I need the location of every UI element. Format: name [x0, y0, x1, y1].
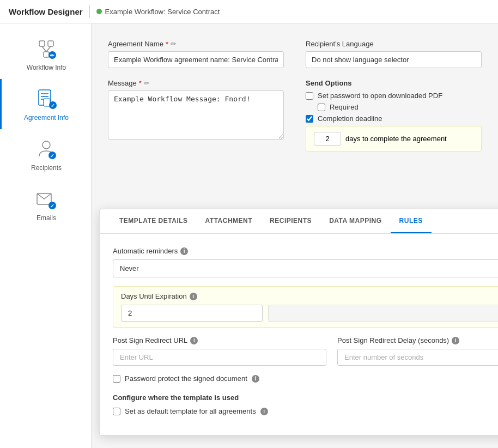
- default-template-row: Set as default template for all agreemen…: [113, 407, 498, 415]
- content-area: Agreement Name * ✏ Recipient's Language …: [92, 23, 498, 448]
- svg-text:✓: ✓: [51, 103, 55, 108]
- status-dot: [96, 9, 102, 14]
- svg-text:✏: ✏: [50, 53, 54, 58]
- tab-attachment[interactable]: ATTACHMENT: [197, 209, 262, 233]
- svg-rect-1: [48, 41, 53, 46]
- send-options-title: Send Options: [306, 79, 482, 87]
- modal-rules-content: Automatic reminders i Never Every day Ev…: [100, 234, 498, 435]
- completion-deadline-row: Completion deadline: [306, 114, 482, 123]
- completion-deadline-checkbox[interactable]: [306, 115, 313, 123]
- expiration-label: Days Until Expiration i: [121, 292, 498, 300]
- top-header: Workflow Designer Example Workflow: Serv…: [0, 0, 498, 23]
- post-sign-url-label: Post Sign Redirect URL i: [113, 336, 326, 344]
- modal-panel: TEMPLATE DETAILS ATTACHMENT RECIPIENTS D…: [99, 209, 498, 435]
- sidebar-item-emails[interactable]: ✓ Emails: [0, 179, 91, 229]
- required-row: Required: [318, 103, 482, 111]
- deadline-box: 2 days to complete the agreement: [306, 126, 482, 152]
- agreement-name-label: Agreement Name * ✏: [108, 40, 284, 48]
- sidebar-recipients-label: Recipients: [31, 164, 62, 172]
- sidebar-item-workflow-info[interactable]: ✏ Workflow Info: [0, 29, 91, 79]
- default-template-info-icon[interactable]: i: [260, 408, 268, 415]
- agreement-info-icon: ✓: [34, 87, 59, 112]
- expiration-box: Days Until Expiration i: [113, 286, 498, 328]
- emails-icon: ✓: [34, 187, 59, 212]
- message-textarea[interactable]: Example Workflow Message: Fnord!: [108, 90, 284, 140]
- expiration-disabled-input: [268, 305, 498, 322]
- header-divider: [89, 5, 90, 18]
- post-sign-url-info-icon[interactable]: i: [190, 337, 198, 344]
- post-sign-url-group: Post Sign Redirect URL i: [113, 336, 326, 366]
- svg-text:✓: ✓: [50, 203, 54, 209]
- password-protect-label: Password protect the signed document: [125, 374, 247, 383]
- default-template-label: Set as default template for all agreemen…: [125, 407, 256, 415]
- sidebar-emails-label: Emails: [37, 214, 56, 222]
- sidebar: ✏ Workflow Info ✓ Agreement Info: [0, 23, 92, 448]
- agreement-name-edit-icon[interactable]: ✏: [171, 40, 177, 48]
- expiration-input-row: [121, 305, 498, 322]
- automatic-reminders-label: Automatic reminders i: [113, 247, 498, 255]
- agreement-name-group: Agreement Name * ✏: [108, 40, 284, 68]
- configure-title: Configure where the template is used: [113, 393, 498, 402]
- workflow-info-icon: ✏: [34, 37, 59, 62]
- svg-text:✓: ✓: [50, 153, 54, 159]
- set-password-row: Set password to open downloaded PDF: [306, 92, 482, 100]
- sidebar-workflow-info-label: Workflow Info: [27, 64, 66, 71]
- form-row-agreement: Agreement Name * ✏ Recipient's Language: [108, 40, 482, 68]
- completion-deadline-label: Completion deadline: [318, 114, 382, 123]
- form-row-message: Message * ✏ Example Workflow Message: Fn…: [108, 79, 482, 152]
- set-password-label: Set password to open downloaded PDF: [318, 92, 442, 100]
- svg-line-4: [46, 46, 51, 52]
- deadline-days-input[interactable]: 2: [314, 132, 341, 146]
- recipients-icon: ✓: [34, 137, 59, 162]
- message-edit-icon[interactable]: ✏: [144, 79, 150, 87]
- sidebar-item-agreement-info[interactable]: ✓ Agreement Info: [0, 79, 91, 129]
- modal-tabs: TEMPLATE DETAILS ATTACHMENT RECIPIENTS D…: [100, 209, 498, 234]
- sidebar-agreement-info-label: Agreement Info: [24, 114, 69, 122]
- post-sign-delay-input[interactable]: [337, 349, 498, 366]
- message-group: Message * ✏ Example Workflow Message: Fn…: [108, 79, 284, 152]
- message-label: Message * ✏: [108, 79, 284, 87]
- automatic-reminders-wrapper: Never Every day Every 3 days Every week …: [113, 259, 498, 277]
- tab-recipients[interactable]: RECIPIENTS: [261, 209, 320, 233]
- app-title: Workflow Designer: [9, 7, 83, 16]
- tab-rules[interactable]: RULES: [391, 209, 432, 233]
- required-star: *: [166, 40, 168, 48]
- svg-point-14: [42, 141, 50, 149]
- post-sign-delay-group: Post Sign Redirect Delay (seconds) i: [337, 336, 498, 366]
- expiration-days-input[interactable]: [121, 305, 263, 322]
- recipient-language-label: Recipient's Language: [306, 40, 482, 48]
- required-label: Required: [330, 103, 359, 111]
- required-checkbox[interactable]: [318, 104, 325, 111]
- password-protect-info-icon[interactable]: i: [252, 375, 259, 383]
- days-suffix: days to complete the agreement: [345, 135, 447, 143]
- svg-rect-0: [39, 41, 45, 46]
- default-template-checkbox[interactable]: [113, 408, 120, 415]
- svg-rect-2: [44, 52, 49, 57]
- automatic-reminders-info-icon[interactable]: i: [180, 247, 188, 255]
- post-sign-row: Post Sign Redirect URL i Post Sign Redir…: [113, 336, 498, 366]
- post-sign-delay-info-icon[interactable]: i: [452, 337, 459, 344]
- tab-data-mapping[interactable]: DATA MAPPING: [320, 209, 390, 233]
- expiration-info-icon[interactable]: i: [190, 293, 197, 300]
- sidebar-item-recipients[interactable]: ✓ Recipients: [0, 129, 91, 179]
- workflow-name: Example Workflow: Service Contract: [105, 8, 220, 16]
- send-options-group: Send Options Set password to open downlo…: [306, 79, 482, 152]
- automatic-reminders-select[interactable]: Never Every day Every 3 days Every week: [113, 259, 498, 277]
- password-protect-row: Password protect the signed document i: [113, 374, 498, 383]
- set-password-checkbox[interactable]: [306, 92, 313, 100]
- workflow-status: Example Workflow: Service Contract: [96, 8, 220, 16]
- post-sign-url-input[interactable]: [113, 349, 326, 366]
- tab-template-details[interactable]: TEMPLATE DETAILS: [111, 209, 197, 233]
- language-input[interactable]: [306, 51, 482, 68]
- message-required-star: *: [139, 79, 142, 87]
- recipient-language-group: Recipient's Language: [306, 40, 482, 68]
- post-sign-delay-label: Post Sign Redirect Delay (seconds) i: [337, 336, 498, 344]
- agreement-name-input[interactable]: [108, 51, 284, 68]
- svg-line-3: [42, 46, 46, 52]
- main-layout: ✏ Workflow Info ✓ Agreement Info: [0, 23, 498, 448]
- password-protect-checkbox[interactable]: [113, 375, 120, 383]
